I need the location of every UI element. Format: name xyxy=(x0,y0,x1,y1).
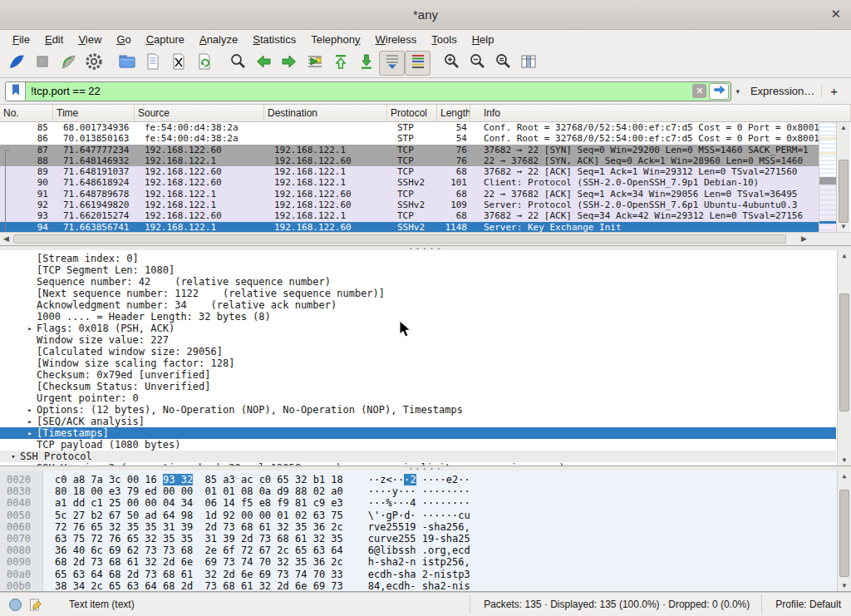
packet-row-92[interactable]: 9271.661949820192.168.122.1192.168.122.6… xyxy=(0,200,819,210)
display-filter-input[interactable] xyxy=(26,85,692,97)
scroll-right-icon[interactable]: ▶ xyxy=(801,234,807,243)
menu-edit[interactable]: Edit xyxy=(37,32,71,47)
scroll-up-icon[interactable]: ▲ xyxy=(837,124,850,131)
selected-bytes[interactable]: ·2 xyxy=(404,474,416,485)
zoom-out-button[interactable] xyxy=(464,51,489,76)
menu-analyze[interactable]: Analyze xyxy=(192,32,245,47)
scroll-down-icon[interactable]: ▼ xyxy=(838,582,851,589)
scroll-left-icon[interactable]: ◀ xyxy=(3,234,9,243)
selected-bytes[interactable]: 93 32 xyxy=(163,474,193,485)
menu-tools[interactable]: Tools xyxy=(424,32,464,47)
reload-file-button[interactable] xyxy=(191,51,217,76)
packet-row-85[interactable]: 8568.001734936fe:54:00:d4:38:2aSTP54Conf… xyxy=(0,122,819,133)
scroll-up-icon[interactable]: ▲ xyxy=(838,252,851,259)
scroll-down-icon[interactable]: ▼ xyxy=(838,456,851,464)
detail-row[interactable]: [Checksum Status: Unverified] xyxy=(0,381,836,392)
close-icon[interactable]: ✕ xyxy=(830,7,841,22)
add-filter-button[interactable]: + xyxy=(821,84,846,98)
expand-arrow-icon[interactable]: ▸ xyxy=(23,427,37,439)
detail-row[interactable]: ▾SSH Protocol xyxy=(0,451,836,462)
hscroll-thumb[interactable] xyxy=(13,234,786,244)
hex-row-00a0[interactable]: 00a065 63 64 68 2d 73 68 61 32 2d 6e 69 … xyxy=(0,569,851,580)
menu-wireless[interactable]: Wireless xyxy=(368,32,425,47)
packet-row-90[interactable]: 9071.648618924192.168.122.60192.168.122.… xyxy=(0,177,819,188)
detail-row[interactable]: [Window size scaling factor: 128] xyxy=(0,357,836,369)
scroll-down-icon[interactable]: ▼ xyxy=(837,223,850,230)
scroll-thumb[interactable] xyxy=(839,490,849,576)
detail-row[interactable]: [Next sequence number: 1122 (relative se… xyxy=(0,288,836,299)
colorize-button[interactable] xyxy=(405,51,430,76)
column-header-protocol[interactable]: Protocol xyxy=(387,105,437,121)
column-header-length[interactable]: Length xyxy=(437,105,470,121)
detail-row[interactable]: ▸Flags: 0x018 (PSH, ACK) xyxy=(0,323,836,334)
hex-row-0020[interactable]: 0020c0 a8 7a 3c 00 16 93 32 85 a3 ac c0 … xyxy=(0,474,851,485)
stop-capture-button[interactable] xyxy=(29,51,55,76)
hex-row-0060[interactable]: 006072 76 65 32 35 35 31 39 2d 73 68 61 … xyxy=(0,521,851,533)
capture-comment-icon[interactable] xyxy=(29,598,42,612)
scroll-thumb[interactable] xyxy=(839,160,849,224)
filter-apply-button[interactable] xyxy=(709,83,729,100)
column-header-no[interactable]: No. xyxy=(0,105,53,121)
detail-row[interactable]: Window size value: 227 xyxy=(0,334,836,346)
packet-row-89[interactable]: 8971.648191037192.168.122.60192.168.122.… xyxy=(0,166,819,177)
detail-row[interactable]: Acknowledgment number: 34 (relative ack … xyxy=(0,299,836,311)
packet-row-86[interactable]: 8670.013850163fe:54:00:d4:38:2aSTP54Conf… xyxy=(0,133,819,144)
hex-row-0040[interactable]: 0040a1 dd c1 25 00 00 04 34 06 14 f5 e8 … xyxy=(0,497,851,509)
menu-help[interactable]: Help xyxy=(465,32,502,47)
detail-row[interactable]: Checksum: 0x79ed [unverified] xyxy=(0,369,836,381)
hex-row-0080[interactable]: 008036 40 6c 69 62 73 73 68 2e 6f 72 67 … xyxy=(0,545,851,556)
detail-row[interactable]: ▸[Timestamps] xyxy=(0,427,836,439)
expand-arrow-icon[interactable]: ▸ xyxy=(23,323,37,334)
go-forward-button[interactable] xyxy=(276,51,302,76)
packet-list-vscrollbar[interactable]: ▲ ▼ xyxy=(836,122,850,232)
detail-row[interactable]: TCP payload (1080 bytes) xyxy=(0,439,836,451)
bytes-vscrollbar[interactable]: ▲ ▼ xyxy=(837,471,851,591)
packet-row-91[interactable]: 9171.648789678192.168.122.1192.168.122.6… xyxy=(0,189,819,200)
packet-row-93[interactable]: 9371.662015274192.168.122.60192.168.122.… xyxy=(0,210,819,221)
go-to-bottom-button[interactable] xyxy=(353,51,379,76)
filter-bookmark-button[interactable] xyxy=(6,82,26,101)
column-header-time[interactable]: Time xyxy=(53,105,135,121)
detail-row[interactable]: ▸[SEQ/ACK analysis] xyxy=(0,416,836,427)
go-to-packet-button[interactable] xyxy=(302,51,327,76)
packet-row-94[interactable]: 9471.663856741192.168.122.1192.168.122.6… xyxy=(0,222,819,232)
auto-scroll-button[interactable] xyxy=(379,51,405,76)
menu-go[interactable]: Go xyxy=(109,32,138,47)
zoom-original-button[interactable] xyxy=(489,51,515,76)
scroll-up-icon[interactable]: ▲ xyxy=(838,472,851,480)
detail-row[interactable]: [TCP Segment Len: 1080] xyxy=(0,264,836,276)
save-file-button[interactable] xyxy=(140,51,165,76)
go-to-top-button[interactable] xyxy=(327,51,353,76)
packet-list-minimap[interactable] xyxy=(819,122,836,232)
capture-options-button[interactable] xyxy=(81,51,106,76)
restart-capture-button[interactable] xyxy=(55,51,81,76)
packet-row-87[interactable]: 8771.647777234192.168.122.60192.168.122.… xyxy=(0,145,819,155)
detail-row[interactable]: 1000 .... = Header Length: 32 bytes (8) xyxy=(0,311,836,323)
go-back-button[interactable] xyxy=(250,51,276,76)
menu-view[interactable]: View xyxy=(71,32,109,47)
expression-button[interactable]: Expression… xyxy=(744,85,821,97)
start-capture-button[interactable] xyxy=(3,51,29,76)
resize-columns-button[interactable] xyxy=(515,51,541,76)
hex-row-00b0[interactable]: 00b038 34 2c 65 63 64 68 2d 73 68 61 32 … xyxy=(0,580,851,592)
collapse-arrow-icon[interactable]: ▾ xyxy=(7,451,20,462)
open-file-button[interactable] xyxy=(114,51,140,76)
menu-statistics[interactable]: Statistics xyxy=(245,32,303,47)
find-packet-button[interactable] xyxy=(224,51,250,76)
expand-arrow-icon[interactable]: ▸ xyxy=(23,462,37,466)
detail-row[interactable]: ▸SSH Version 2 (encryption:chacha20-poly… xyxy=(0,462,836,466)
detail-row[interactable]: Sequence number: 42 (relative sequence n… xyxy=(0,276,836,288)
menu-file[interactable]: File xyxy=(5,32,37,47)
profile-button[interactable]: Profile: Default xyxy=(761,595,843,614)
expand-arrow-icon[interactable]: ▸ xyxy=(23,416,37,427)
close-file-button[interactable] xyxy=(165,51,191,76)
filter-clear-icon[interactable]: ✕ xyxy=(692,84,706,98)
detail-row[interactable]: [Calculated window size: 29056] xyxy=(0,346,836,357)
packet-list-hscrollbar[interactable]: ◀ ▶ xyxy=(0,232,851,245)
column-header-destination[interactable]: Destination xyxy=(264,105,387,121)
detail-row[interactable]: Urgent pointer: 0 xyxy=(0,392,836,404)
column-header-source[interactable]: Source xyxy=(135,105,264,121)
scroll-thumb[interactable] xyxy=(839,293,849,411)
expert-info-icon[interactable] xyxy=(8,598,22,612)
details-vscrollbar[interactable]: ▲ ▼ xyxy=(837,250,851,466)
